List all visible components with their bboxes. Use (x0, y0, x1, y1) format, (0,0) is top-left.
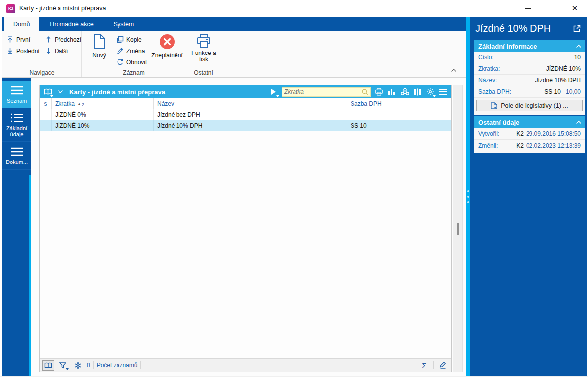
relations-button[interactable] (400, 87, 410, 97)
function-print-button[interactable]: Funkce a tisk (188, 34, 219, 63)
edit-button[interactable] (437, 360, 449, 371)
field-value-timestamp: 29.09.2016 15:08:50 (526, 130, 581, 137)
cluster-icon (401, 88, 409, 96)
last-label: Poslední (16, 48, 40, 54)
title-bar: K2 Karty - jízdné a místní přeprava ✕ (0, 0, 588, 17)
copy-button[interactable]: Kopie (117, 36, 142, 43)
divider (433, 361, 434, 369)
table-row-selected[interactable]: JÍZDNÉ 10% Jízdné 10% DPH SS 10 (40, 120, 451, 131)
tab-hromadne-akce[interactable]: Hromadné akce (41, 17, 102, 31)
field-label: Název: (478, 77, 497, 84)
section-zakladni-informace: Základní informace Číslo: 10 Zkratka: JÍ… (474, 40, 585, 115)
collapse-ribbon-button[interactable] (451, 68, 459, 74)
cell-zkratka: JÍZDNÉ 0% (52, 109, 154, 120)
book-view-button[interactable] (42, 360, 54, 371)
scrollbar-thumb[interactable] (457, 223, 459, 235)
detail-panel-title: Jízdné 10% DPH (475, 23, 551, 34)
section-title: Ostatní údaje (478, 119, 519, 126)
new-document-icon (93, 34, 106, 49)
collapse-section-button[interactable] (572, 40, 585, 52)
print-button[interactable] (374, 87, 384, 97)
copy-label: Kopie (126, 36, 142, 43)
chevron-up-icon (576, 44, 582, 48)
legislative-fields-button[interactable]: Pole dle legislativy (1) ... (476, 100, 583, 111)
splitter-handle-dot (467, 201, 469, 203)
chart-button[interactable] (387, 87, 397, 97)
previous-button[interactable]: Předchozí (45, 36, 81, 43)
refresh-button[interactable]: Obnovit (117, 58, 147, 66)
row-status-cell-focused (40, 120, 52, 131)
tab-domu[interactable]: Domů (4, 17, 39, 31)
record-count-label: Počet záznamů (97, 362, 138, 369)
collapse-section-button[interactable] (572, 116, 585, 128)
last-button[interactable]: Poslední (6, 47, 40, 54)
filter-button[interactable] (57, 360, 69, 371)
collapse-panel-button[interactable] (56, 87, 65, 97)
column-header-nazev[interactable]: Název (154, 98, 347, 109)
vertical-scrollbar[interactable] (453, 85, 463, 372)
field-label: Číslo: (478, 54, 494, 61)
splitter-handle-dot (467, 196, 469, 198)
search-input[interactable] (284, 88, 362, 95)
book-menu-button[interactable] (43, 87, 53, 97)
grid-status-bar: 0 Počet záznamů Σ (40, 358, 451, 372)
panel-splitter[interactable] (466, 17, 470, 376)
grid-menu-button[interactable] (438, 87, 448, 97)
cell-nazev: Jízdné bez DPH (154, 109, 347, 120)
section-header[interactable]: Ostatní údaje (474, 116, 585, 128)
invalidate-button[interactable]: Zneplatnění (149, 34, 185, 59)
sidebar-item-seznam[interactable]: Seznam (2, 81, 31, 108)
chevron-down-icon (58, 90, 63, 94)
field-row-zmenil: Změnil: K2 02.02.2023 12:13:39 (474, 140, 585, 151)
dropdown-caret-icon (433, 95, 436, 97)
invalidate-label: Zneplatnění (151, 52, 182, 59)
column-header-s[interactable]: s (40, 98, 52, 109)
change-button[interactable]: Změna (117, 47, 145, 54)
new-button[interactable]: Nový (88, 34, 111, 59)
field-value: JÍZDNÉ 10% (546, 65, 581, 72)
play-icon (271, 89, 276, 95)
function-print-label: Funkce a tisk (188, 50, 219, 63)
column-header-zkratka[interactable]: Zkratka ▲ 2 (52, 98, 154, 109)
field-row-nazev: Název: Jízdné 10% DPH (474, 75, 585, 86)
run-filter-button[interactable] (269, 87, 279, 97)
next-label: Další (55, 48, 68, 54)
row-status-cell (40, 109, 52, 120)
sort-order: 2 (82, 102, 84, 107)
ribbon-tab-bar: Domů Hromadné akce Systém (2, 17, 466, 31)
table-row[interactable]: JÍZDNÉ 0% Jízdné bez DPH (40, 109, 451, 120)
field-label: Sazba DPH: (478, 88, 511, 95)
cell-zkratka: JÍZDNÉ 10% (52, 120, 154, 131)
arrow-up-to-bar-icon (6, 36, 14, 43)
column-header-sazba-dph[interactable]: Sazba DPH (347, 98, 451, 109)
first-label: První (16, 36, 30, 43)
printer-icon (196, 34, 211, 48)
tab-system[interactable]: Systém (105, 17, 143, 31)
minimize-button[interactable] (517, 0, 539, 16)
star-count: 0 (87, 362, 90, 369)
sum-button[interactable]: Σ (418, 360, 430, 371)
next-button[interactable]: Další (45, 47, 68, 54)
grid-header-row: s Zkratka ▲ 2 Název Sazba DPH (40, 98, 451, 109)
menu-icon (439, 89, 447, 95)
sigma-icon: Σ (422, 361, 426, 370)
sidebar-item-dokumenty[interactable]: Dokum... (2, 142, 31, 170)
previous-label: Předchozí (55, 36, 81, 43)
close-button[interactable]: ✕ (564, 0, 586, 16)
maximize-button[interactable] (540, 0, 562, 16)
sidebar-item-zakladni-udaje[interactable]: Základní údaje (2, 108, 31, 142)
external-link-icon (573, 25, 581, 32)
search-icon (362, 89, 368, 95)
settings-button[interactable] (425, 87, 435, 97)
sort-asc-icon: ▲ (77, 102, 81, 106)
group-label-ostatni: Ostatní (186, 68, 221, 76)
app-window: K2 Karty - jízdné a místní přeprava ✕ Do… (0, 0, 588, 377)
splitter-handle-dot (467, 190, 469, 192)
open-in-window-button[interactable] (573, 25, 581, 32)
section-body: Vytvořil: K2 29.09.2016 15:08:50 Změnil:… (474, 128, 585, 153)
first-button[interactable]: První (6, 36, 30, 43)
close-icon: ✕ (572, 4, 578, 13)
columns-button[interactable] (412, 87, 422, 97)
section-header[interactable]: Základní informace (474, 40, 585, 52)
star-filter-button[interactable] (72, 360, 84, 371)
